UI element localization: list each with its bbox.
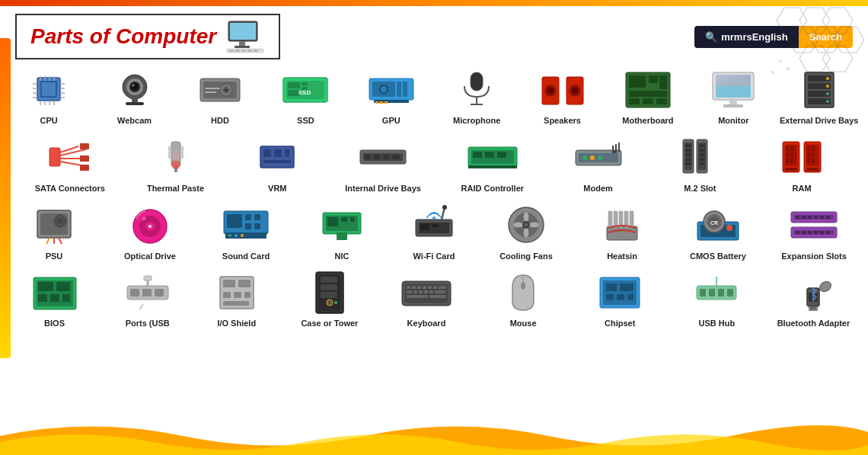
- svg-rect-124: [365, 155, 371, 159]
- svg-rect-202: [327, 217, 338, 226]
- cmos-battery-icon: CR: [696, 205, 740, 245]
- thermal-paste-label: Thermal Paste: [147, 184, 204, 197]
- svg-rect-270: [321, 284, 337, 290]
- svg-marker-6: [799, 46, 830, 72]
- svg-point-9: [771, 71, 774, 74]
- svg-rect-141: [615, 144, 617, 152]
- svg-rect-174: [806, 168, 819, 171]
- svg-point-138: [598, 155, 602, 160]
- svg-rect-131: [485, 152, 494, 158]
- svg-rect-286: [424, 290, 428, 293]
- svg-rect-130: [473, 152, 482, 158]
- svg-rect-153: [699, 149, 705, 152]
- svg-line-177: [46, 238, 49, 244]
- svg-rect-169: [812, 146, 815, 151]
- expansion-slots-icon: [790, 206, 838, 244]
- usb-hub-icon: [694, 274, 739, 312]
- part-cpu: CPU: [7, 65, 91, 130]
- hex-decoration: [765, 4, 864, 88]
- keyboard-label: Keyboard: [407, 319, 446, 332]
- parts-row-3: PSU Optical Drive: [6, 199, 862, 267]
- hdd-label: HDD: [211, 116, 229, 130]
- ssd-icon: SSD: [282, 73, 329, 107]
- heatsin-label: Heatsin: [607, 252, 637, 265]
- bluetooth-adapter-label: Bluetooth Adapter: [777, 319, 850, 332]
- svg-rect-282: [439, 286, 446, 289]
- svg-rect-258: [144, 276, 152, 280]
- svg-rect-204: [350, 217, 355, 222]
- svg-rect-281: [433, 286, 437, 289]
- svg-point-197: [228, 234, 231, 237]
- svg-rect-83: [659, 75, 667, 89]
- nic-label: NIC: [335, 252, 349, 265]
- svg-rect-108: [80, 143, 89, 149]
- svg-rect-92: [723, 104, 743, 107]
- svg-marker-7: [822, 46, 853, 72]
- svg-rect-113: [168, 146, 171, 159]
- svg-rect-195: [254, 223, 260, 229]
- svg-rect-222: [630, 211, 633, 228]
- part-raid-controller: RAID Controller: [447, 133, 538, 197]
- svg-point-102: [826, 100, 829, 103]
- bottom-wave: [0, 413, 868, 455]
- monitor-label: Monitor: [718, 116, 748, 130]
- part-cooling-fans: Cooling Fans: [484, 200, 568, 265]
- svg-rect-110: [80, 165, 89, 171]
- svg-rect-132: [497, 152, 506, 158]
- svg-rect-56: [288, 82, 300, 88]
- svg-rect-209: [432, 224, 439, 227]
- svg-rect-65: [397, 82, 401, 97]
- svg-marker-3: [788, 27, 819, 53]
- m2-slot-icon: [678, 136, 721, 178]
- svg-rect-296: [620, 284, 633, 291]
- svg-rect-254: [130, 289, 139, 296]
- svg-rect-18: [241, 50, 246, 52]
- part-m2-slot: M.2 Slot: [658, 133, 742, 197]
- internal-drive-bays-label: Internal Drive Bays: [345, 184, 421, 197]
- part-hdd: HDD: [178, 65, 262, 130]
- part-vrm: VRM: [235, 133, 319, 197]
- hdd-icon: [197, 71, 243, 109]
- svg-rect-265: [244, 292, 251, 298]
- svg-rect-218: [608, 211, 612, 228]
- gpu-label: GPU: [382, 116, 400, 130]
- mouse-icon: [506, 272, 540, 313]
- svg-text:CR: CR: [710, 220, 718, 226]
- part-ports-usb: Ports (USB: [110, 268, 186, 332]
- parts-row-2: SATA Connectors Thermal Paste: [6, 131, 862, 199]
- part-nic: NIC: [300, 200, 384, 265]
- svg-rect-208: [420, 224, 429, 230]
- svg-rect-248: [38, 282, 53, 291]
- part-bluetooth-adapter: Bluetooth Adapter: [771, 268, 855, 332]
- svg-rect-289: [407, 295, 428, 298]
- svg-rect-127: [392, 155, 400, 159]
- svg-rect-171: [812, 152, 815, 157]
- svg-rect-93: [716, 75, 751, 86]
- modem-icon: [573, 139, 624, 175]
- motherboard-label: Motherboard: [622, 116, 673, 130]
- part-chipset: Chipset: [578, 268, 662, 332]
- svg-rect-284: [413, 290, 417, 293]
- svg-marker-4: [811, 27, 841, 53]
- svg-point-188: [148, 225, 152, 228]
- io-shield-icon: [217, 272, 257, 313]
- search-icon: 🔍: [705, 31, 717, 43]
- expansion-slots-label: Expansion Slots: [781, 252, 847, 265]
- svg-rect-154: [699, 153, 705, 156]
- svg-rect-297: [606, 294, 614, 300]
- chipset-label: Chipset: [605, 319, 635, 332]
- modem-label: Modem: [583, 184, 613, 197]
- wifi-card-label: Wi-Fi Card: [413, 252, 455, 265]
- svg-rect-232: [796, 216, 799, 219]
- svg-rect-302: [709, 289, 715, 296]
- svg-rect-243: [814, 231, 818, 234]
- svg-rect-251: [50, 294, 59, 302]
- svg-rect-290: [429, 295, 446, 298]
- svg-rect-196: [225, 232, 266, 239]
- svg-rect-165: [785, 168, 797, 171]
- header: Parts of Computer 🔍 mrmrsEnglish Search: [0, 6, 868, 63]
- bios-label: BIOS: [44, 319, 65, 332]
- svg-rect-103: [49, 148, 60, 166]
- svg-rect-261: [223, 280, 235, 287]
- svg-text:SSD: SSD: [298, 89, 311, 96]
